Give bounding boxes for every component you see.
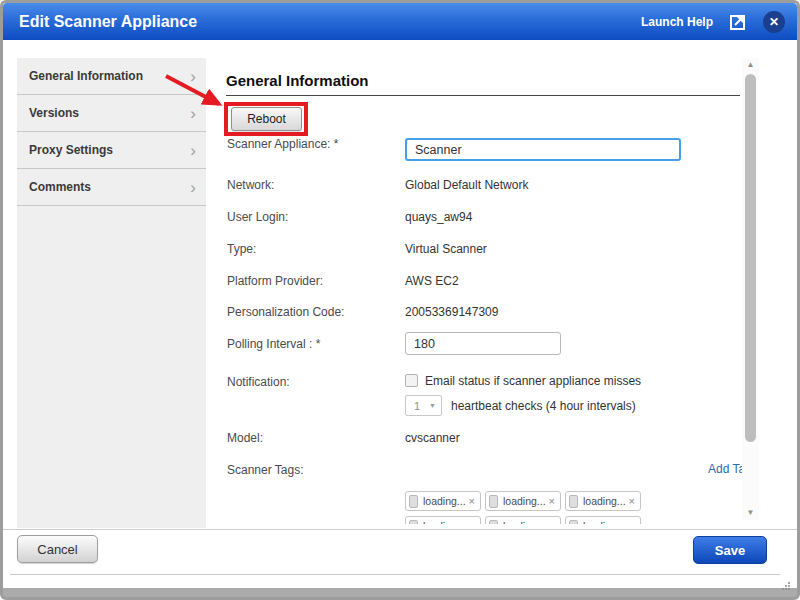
edit-scanner-appliance-dialog: Edit Scanner Appliance Launch Help ✕ Gen… bbox=[0, 0, 800, 600]
user-login-label: User Login: bbox=[227, 210, 288, 224]
launch-help-link[interactable]: Launch Help bbox=[641, 15, 713, 29]
tag-chip: loading... × bbox=[485, 516, 561, 524]
remove-tag-icon[interactable]: × bbox=[469, 496, 475, 507]
tag-color-swatch bbox=[409, 495, 418, 508]
platform-provider-value: AWS EC2 bbox=[405, 274, 459, 288]
sidebar-item-label: Versions bbox=[29, 106, 79, 120]
sidebar-item-versions[interactable]: Versions › bbox=[17, 95, 206, 132]
sidebar-item-comments[interactable]: Comments › bbox=[17, 169, 206, 206]
remove-tag-icon[interactable]: × bbox=[469, 521, 475, 525]
scrollbar-thumb[interactable] bbox=[745, 74, 756, 442]
section-title: General Information bbox=[226, 72, 369, 89]
polling-interval-label: Polling Interval : * bbox=[227, 337, 320, 351]
chevron-right-icon: › bbox=[190, 179, 196, 196]
heartbeat-count-select[interactable]: 1 ▼ bbox=[405, 395, 442, 416]
sidebar-item-proxy-settings[interactable]: Proxy Settings › bbox=[17, 132, 206, 169]
tag-chip: loading... × bbox=[485, 491, 561, 511]
sidebar: General Information › Versions › Proxy S… bbox=[17, 58, 206, 528]
chevron-right-icon: › bbox=[190, 105, 196, 122]
sidebar-item-label: General Information bbox=[29, 69, 143, 83]
tag-name: loading... bbox=[503, 520, 546, 524]
personalization-code-value: 20053369147309 bbox=[405, 305, 498, 319]
save-button[interactable]: Save bbox=[693, 536, 767, 564]
close-icon[interactable]: ✕ bbox=[763, 11, 785, 33]
tag-color-swatch bbox=[409, 520, 418, 525]
content-footer-divider bbox=[3, 529, 797, 530]
tag-name: loading... bbox=[503, 495, 546, 507]
email-status-checkbox-label: Email status if scanner appliance misses bbox=[425, 374, 641, 388]
personalization-code-label: Personalization Code: bbox=[227, 305, 344, 319]
tag-chip: loading... × bbox=[565, 516, 641, 524]
type-value: Virtual Scanner bbox=[405, 242, 487, 256]
vertical-scrollbar[interactable]: ▲ ▼ bbox=[742, 58, 759, 520]
scroll-down-icon[interactable]: ▼ bbox=[742, 508, 759, 517]
tag-color-swatch bbox=[569, 520, 578, 525]
polling-interval-input[interactable] bbox=[405, 332, 561, 355]
notification-label: Notification: bbox=[227, 375, 290, 389]
footer-divider bbox=[10, 574, 780, 575]
remove-tag-icon[interactable]: × bbox=[549, 521, 555, 525]
dialog-title: Edit Scanner Appliance bbox=[15, 13, 197, 31]
tag-name: loading... bbox=[423, 520, 466, 524]
network-label: Network: bbox=[227, 178, 274, 192]
heartbeat-checks-label: heartbeat checks (4 hour intervals) bbox=[451, 399, 636, 413]
tag-color-swatch bbox=[569, 495, 578, 508]
email-status-checkbox[interactable] bbox=[405, 374, 418, 387]
titlebar-actions: Launch Help ✕ bbox=[641, 11, 785, 33]
window-bottom-edge bbox=[3, 588, 797, 597]
model-label: Model: bbox=[227, 431, 263, 445]
tag-name: loading... bbox=[583, 520, 626, 524]
remove-tag-icon[interactable]: × bbox=[629, 521, 635, 525]
resize-grip-icon[interactable] bbox=[781, 577, 791, 595]
remove-tag-icon[interactable]: × bbox=[549, 496, 555, 507]
tag-chip: loading... × bbox=[405, 516, 481, 524]
tag-name: loading... bbox=[583, 495, 626, 507]
sidebar-item-general-information[interactable]: General Information › bbox=[17, 58, 206, 95]
heartbeat-count-value: 1 bbox=[414, 400, 420, 412]
tag-chip: loading... × bbox=[405, 491, 481, 511]
tag-name: loading... bbox=[423, 495, 466, 507]
network-value: Global Default Network bbox=[405, 178, 528, 192]
chevron-right-icon: › bbox=[190, 142, 196, 159]
model-value: cvscanner bbox=[405, 431, 460, 445]
sidebar-item-label: Comments bbox=[29, 180, 91, 194]
cancel-button[interactable]: Cancel bbox=[17, 535, 98, 563]
platform-provider-label: Platform Provider: bbox=[227, 274, 323, 288]
popout-icon[interactable] bbox=[728, 12, 748, 32]
scanner-tags-label: Scanner Tags: bbox=[227, 463, 304, 477]
scroll-up-icon[interactable]: ▲ bbox=[742, 60, 759, 69]
tag-color-swatch bbox=[489, 520, 498, 525]
chevron-right-icon: › bbox=[190, 68, 196, 85]
scanner-appliance-input[interactable] bbox=[405, 138, 681, 161]
scanner-appliance-label: Scanner Appliance: * bbox=[227, 137, 338, 151]
scanner-tags-list: loading... × loading... × loading... × l… bbox=[405, 491, 647, 524]
sidebar-item-label: Proxy Settings bbox=[29, 143, 113, 157]
user-login-value: quays_aw94 bbox=[405, 210, 472, 224]
tag-chip: loading... × bbox=[565, 491, 641, 511]
section-divider bbox=[226, 95, 740, 96]
remove-tag-icon[interactable]: × bbox=[629, 496, 635, 507]
type-label: Type: bbox=[227, 242, 256, 256]
dropdown-arrow-icon: ▼ bbox=[429, 402, 436, 409]
reboot-button[interactable]: Reboot bbox=[231, 107, 302, 131]
tag-color-swatch bbox=[489, 495, 498, 508]
dialog-titlebar: Edit Scanner Appliance Launch Help ✕ bbox=[3, 3, 797, 40]
